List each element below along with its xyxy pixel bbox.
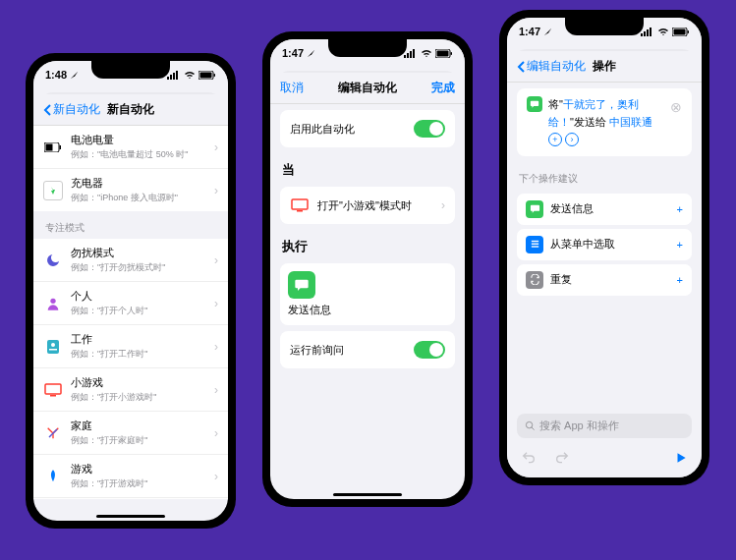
cell-sub: 例如："电池电量超过 50% 时" [71, 148, 206, 161]
trigger-label: 打开"小游戏"模式时 [317, 198, 433, 213]
toggle-ask[interactable] [414, 341, 445, 359]
back-button[interactable]: 编辑自动化 [517, 58, 586, 75]
chevron-right-icon: › [214, 470, 218, 483]
summary-text: 将"干就完了，奥利给！"发送给 中国联通 + › [548, 96, 664, 148]
cell-minigame[interactable]: 小游戏 例如："打开小游戏时" › [33, 368, 228, 412]
person-icon [43, 294, 63, 313]
cell-work[interactable]: 工作 例如："打开工作时" › [33, 325, 228, 368]
summary-recipient[interactable]: 中国联通 [609, 116, 652, 128]
suggestion-send-message[interactable]: 发送信息 + [517, 194, 692, 225]
home-indicator[interactable] [96, 515, 165, 518]
cancel-button[interactable]: 取消 [280, 80, 304, 96]
home-indicator[interactable] [333, 493, 402, 496]
tools-icon [43, 423, 63, 443]
cell-title: 充电器 [71, 176, 206, 191]
plus-icon[interactable]: + [677, 239, 683, 251]
display-icon [43, 380, 63, 400]
svg-rect-0 [167, 77, 169, 80]
svg-rect-32 [650, 28, 651, 36]
add-recipient-icon[interactable]: + [548, 133, 562, 146]
battery-icon [43, 138, 63, 157]
cell-home[interactable]: 家庭 例如："打开家庭时" › [33, 412, 228, 455]
page-title: 新自动化 [107, 101, 154, 118]
done-label: 完成 [431, 81, 455, 94]
search-input[interactable]: 搜索 App 和操作 [517, 414, 692, 438]
wifi-icon [657, 28, 669, 36]
chevron-right-icon: › [214, 340, 218, 354]
action-label: 发送信息 [288, 303, 331, 317]
cell-charger[interactable]: 充电器 例如："iPhone 接入电源时" › [33, 169, 228, 211]
expand-icon[interactable]: › [565, 133, 579, 146]
back-label: 编辑自动化 [527, 58, 586, 75]
svg-rect-21 [407, 53, 409, 58]
signal-icon [404, 49, 418, 58]
svg-rect-35 [688, 30, 690, 33]
notch [91, 61, 170, 79]
nav-bar: 取消 编辑自动化 完成 [270, 73, 465, 104]
phone-edit-automation: 1:47 取消 编辑自动化 完成 启用此自动化 当 [262, 31, 473, 507]
suggestions-header: 下个操作建议 [507, 162, 702, 190]
svg-rect-37 [531, 244, 538, 245]
signal-icon [167, 71, 181, 80]
action-summary-card[interactable]: 将"干就完了，奥利给！"发送给 中国联通 + › ⊗ [517, 88, 692, 156]
location-icon [307, 49, 315, 58]
menu-icon [526, 236, 543, 253]
cell-dnd[interactable]: 勿扰模式 例如："打开勿扰模式时" › [33, 239, 228, 282]
back-button[interactable]: 新自动化 [43, 101, 100, 118]
battery-icon [435, 49, 453, 58]
cell-battery[interactable]: 电池电量 例如："电池电量超过 50% 时" › [33, 126, 228, 169]
messages-icon [527, 96, 542, 112]
chevron-right-icon: › [214, 297, 218, 310]
svg-rect-6 [214, 74, 216, 77]
suggestion-repeat[interactable]: 重复 + [517, 264, 692, 296]
cell-sub: 例如："打开小游戏时" [71, 391, 206, 404]
plus-icon[interactable]: + [677, 274, 683, 286]
cell-ask-before-run[interactable]: 运行前询问 [280, 331, 455, 368]
svg-point-39 [526, 421, 532, 427]
cell-title: 勿扰模式 [71, 246, 206, 260]
svg-rect-26 [451, 52, 453, 55]
toggle-enable[interactable] [414, 120, 445, 138]
svg-rect-9 [60, 145, 62, 149]
location-icon [70, 71, 79, 80]
svg-rect-31 [647, 29, 649, 36]
trigger-row[interactable]: 打开"小游戏"模式时 › [280, 187, 455, 224]
suggestion-label: 从菜单中选取 [550, 237, 670, 252]
cell-sub: 例如："打开家庭时" [71, 434, 206, 447]
svg-point-12 [51, 343, 55, 347]
done-button[interactable]: 完成 [431, 80, 455, 96]
section-label-focus: 专注模式 [33, 211, 228, 239]
play-icon[interactable] [674, 451, 688, 465]
cell-title: 个人 [71, 289, 206, 304]
undo-icon[interactable] [521, 450, 537, 466]
redo-icon[interactable] [554, 450, 570, 466]
chevron-right-icon: › [214, 184, 218, 197]
trigger-group-focus: 勿扰模式 例如："打开勿扰模式时" › 个人 例如："打开个人时" › [33, 239, 228, 499]
svg-rect-15 [50, 395, 56, 397]
summary-post: "发送给 [570, 116, 606, 128]
location-icon [543, 28, 552, 36]
badge-icon [43, 337, 63, 357]
chevron-right-icon: › [214, 383, 218, 397]
svg-rect-3 [176, 71, 178, 80]
close-icon[interactable]: ⊗ [670, 96, 682, 118]
svg-rect-25 [437, 50, 449, 56]
suggestion-choose-from-menu[interactable]: 从菜单中选取 + [517, 229, 692, 260]
search-placeholder: 搜索 App 和操作 [539, 419, 619, 433]
svg-rect-22 [410, 51, 412, 58]
cell-enable-automation[interactable]: 启用此自动化 [280, 110, 455, 147]
chevron-left-icon [517, 61, 525, 73]
action-row[interactable]: 发送信息 [280, 263, 455, 325]
svg-rect-36 [531, 241, 538, 242]
wifi-icon [421, 49, 432, 58]
page-title: 编辑自动化 [338, 80, 397, 96]
cell-gaming[interactable]: 游戏 例如："打开游戏时" › [33, 455, 228, 498]
cell-personal[interactable]: 个人 例如："打开个人时" › [33, 282, 228, 325]
svg-rect-1 [170, 75, 172, 80]
plus-icon[interactable]: + [677, 203, 683, 215]
cell-heart[interactable]: 例如："打开❤时" › [33, 498, 228, 499]
svg-rect-38 [531, 247, 538, 248]
svg-rect-20 [404, 55, 406, 58]
svg-rect-29 [641, 33, 643, 36]
cell-title: 电池电量 [71, 133, 206, 147]
